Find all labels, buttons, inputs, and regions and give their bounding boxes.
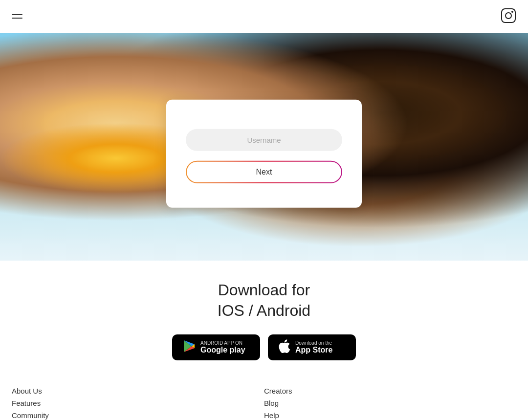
footer-link-creators[interactable]: Creators	[264, 385, 516, 397]
app-store-button[interactable]: Download on the App Store	[268, 334, 356, 360]
hero-section: Next	[0, 33, 528, 261]
svg-point-2	[511, 11, 513, 13]
apple-icon	[278, 339, 290, 355]
footer-link-help[interactable]: Help	[264, 409, 516, 420]
svg-rect-0	[502, 9, 515, 22]
google-play-button[interactable]: ANDROID APP ON Google play	[172, 334, 260, 360]
username-input[interactable]	[186, 129, 342, 151]
instagram-icon[interactable]	[501, 8, 516, 25]
footer-link-about-us[interactable]: About Us	[12, 385, 264, 397]
google-play-text: ANDROID APP ON Google play	[200, 340, 245, 354]
svg-point-1	[506, 13, 511, 19]
footer-link-blog[interactable]: Blog	[264, 397, 516, 409]
next-button-wrapper: Next	[186, 160, 342, 183]
hamburger-menu-icon[interactable]	[12, 14, 22, 19]
login-card: Next	[166, 99, 362, 207]
download-buttons: ANDROID APP ON Google play Download on t…	[10, 334, 518, 360]
download-title: Download for IOS / Android	[10, 280, 518, 321]
header	[0, 0, 528, 33]
download-section: Download for IOS / Android ANDROID APP O…	[0, 261, 528, 375]
footer-link-features[interactable]: Features	[12, 397, 264, 409]
google-play-icon	[182, 339, 196, 355]
next-button[interactable]: Next	[187, 161, 341, 182]
app-store-text: Download on the App Store	[295, 340, 332, 354]
footer: About Us Features Community Business Cre…	[0, 375, 528, 420]
footer-link-community[interactable]: Community	[12, 409, 264, 420]
footer-left-column: About Us Features Community Business	[12, 385, 264, 420]
footer-right-column: Creators Blog Help Brand Assest	[264, 385, 516, 420]
